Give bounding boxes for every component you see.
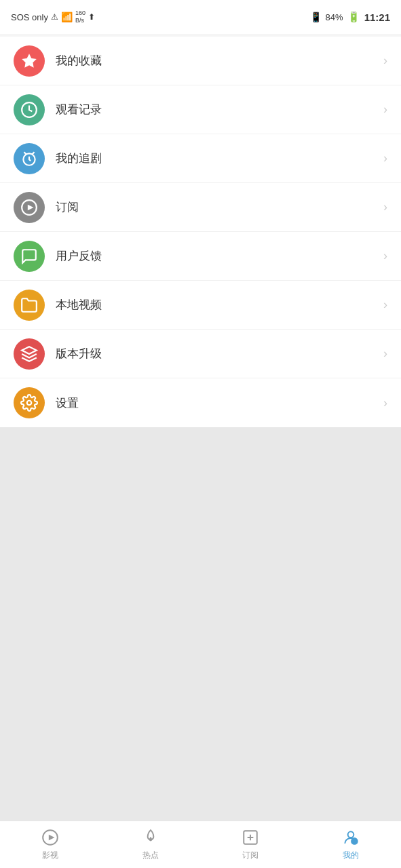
layers-icon xyxy=(20,345,38,363)
menu-section: 我的收藏 › 观看记录 › 我的追剧 › xyxy=(0,37,401,427)
series-icon-wrap xyxy=(14,143,45,174)
chevron-icon: › xyxy=(383,54,387,68)
menu-item-update[interactable]: 版本升级 › xyxy=(0,330,401,378)
update-icon-wrap xyxy=(14,338,45,370)
alarm-icon xyxy=(20,150,38,167)
menu-item-favorites[interactable]: 我的收藏 › xyxy=(0,37,401,85)
star-icon xyxy=(20,52,38,70)
nav-item-subscribe[interactable]: 订阅 xyxy=(201,828,301,861)
local-label: 本地视频 xyxy=(56,297,383,313)
settings-icon-wrap xyxy=(14,387,45,418)
wifi-icon: 📶 xyxy=(61,12,73,22)
videos-nav-icon xyxy=(41,828,60,847)
phone-icon: 📱 xyxy=(310,12,322,22)
chevron-icon: › xyxy=(383,298,387,312)
svg-marker-0 xyxy=(22,54,37,68)
videos-nav-label: 影视 xyxy=(42,850,58,861)
clock-time: 11:21 xyxy=(364,12,390,23)
menu-item-feedback[interactable]: 用户反馈 › xyxy=(0,232,401,281)
hot-nav-icon xyxy=(141,828,160,847)
nav-item-hot[interactable]: 热点 xyxy=(100,828,201,861)
series-label: 我的追剧 xyxy=(56,151,383,166)
favorites-icon-wrap xyxy=(14,45,45,77)
svg-line-4 xyxy=(32,152,34,154)
settings-label: 设置 xyxy=(56,395,383,411)
subscribe-nav-icon xyxy=(241,828,260,847)
svg-line-3 xyxy=(24,152,26,154)
gray-area xyxy=(0,427,401,821)
history-icon-wrap xyxy=(14,94,45,125)
menu-item-series[interactable]: 我的追剧 › xyxy=(0,134,401,183)
menu-item-subscribe[interactable]: 订阅 › xyxy=(0,183,401,232)
mine-nav-icon xyxy=(341,828,360,847)
play-icon xyxy=(20,199,38,216)
upload-icon: ⬆ xyxy=(88,12,95,22)
subscribe-nav-label: 订阅 xyxy=(242,850,259,861)
svg-point-14 xyxy=(348,831,354,837)
history-label: 观看记录 xyxy=(56,102,383,117)
svg-point-8 xyxy=(27,401,32,406)
mine-nav-label: 我的 xyxy=(343,850,359,861)
sos-text: SOS only xyxy=(11,12,48,22)
feedback-label: 用户反馈 xyxy=(56,248,383,264)
update-label: 版本升级 xyxy=(56,346,383,361)
subscribe-icon-wrap xyxy=(14,192,45,223)
gear-icon xyxy=(20,394,38,412)
hot-nav-label: 热点 xyxy=(142,850,159,861)
warning-icon: ⚠ xyxy=(51,12,58,22)
folder-icon xyxy=(20,296,38,314)
chevron-icon: › xyxy=(383,151,387,165)
chevron-icon: › xyxy=(383,200,387,214)
signal-speed: 160 B/s xyxy=(75,9,85,24)
menu-item-settings[interactable]: 设置 › xyxy=(0,378,401,427)
subscribe-label: 订阅 xyxy=(56,199,383,215)
menu-item-history[interactable]: 观看记录 › xyxy=(0,85,401,134)
svg-marker-6 xyxy=(28,204,34,210)
chevron-icon: › xyxy=(383,102,387,117)
battery-percent: 84% xyxy=(326,12,343,22)
feedback-icon-wrap xyxy=(14,241,45,272)
svg-marker-10 xyxy=(49,835,55,841)
feedback-icon xyxy=(20,248,38,265)
bottom-nav: 影视 热点 订阅 我的 xyxy=(0,821,401,868)
status-left: SOS only ⚠ 📶 160 B/s ⬆ xyxy=(11,9,95,24)
chevron-icon: › xyxy=(383,347,387,361)
svg-marker-7 xyxy=(22,347,37,354)
battery-icon: 🔋 xyxy=(347,11,360,23)
local-icon-wrap xyxy=(14,290,45,321)
nav-item-videos[interactable]: 影视 xyxy=(0,828,100,861)
chevron-icon: › xyxy=(383,396,387,410)
nav-item-mine[interactable]: 我的 xyxy=(301,828,401,861)
favorites-label: 我的收藏 xyxy=(56,53,383,68)
status-right: 📱 84% 🔋 11:21 xyxy=(310,11,390,23)
chevron-icon: › xyxy=(383,249,387,263)
clock-icon xyxy=(20,101,38,119)
status-bar: SOS only ⚠ 📶 160 B/s ⬆ 📱 84% 🔋 11:21 xyxy=(0,0,401,34)
menu-item-local[interactable]: 本地视频 › xyxy=(0,281,401,330)
